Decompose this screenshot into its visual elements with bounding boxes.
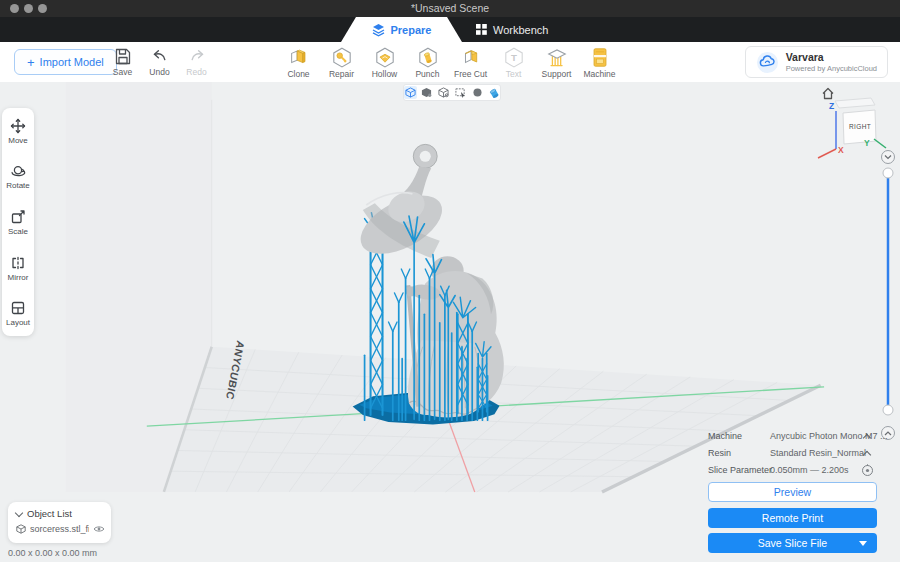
gizmo-z-label: Z xyxy=(829,101,834,111)
view-box-select-icon[interactable] xyxy=(454,86,467,99)
save-button[interactable]: Save xyxy=(104,46,141,77)
punch-icon xyxy=(416,46,440,69)
view-xray-cube-icon[interactable] xyxy=(437,86,450,99)
redo-icon xyxy=(187,46,207,67)
hollow-icon xyxy=(373,46,397,69)
collapse-chevron-icon xyxy=(15,508,23,516)
svg-text:T: T xyxy=(511,52,517,63)
free-cut-button[interactable]: Free Cut xyxy=(449,46,492,79)
model-dimensions-readout: 0.00 x 0.00 x 0.00 mm xyxy=(8,548,97,558)
object-list-title: Object List xyxy=(27,508,72,519)
object-list-panel: Object List sorceress.stl_fi... xyxy=(8,502,111,543)
gizmo-y-label: Y xyxy=(864,138,870,148)
scale-icon xyxy=(9,208,27,226)
object-list-header[interactable]: Object List xyxy=(8,502,111,519)
tab-prepare[interactable]: Prepare xyxy=(341,17,462,42)
object-name: sorceress.stl_fi... xyxy=(30,524,89,534)
account-subtitle: Powered by AnycubicCloud xyxy=(786,64,877,73)
view-wireframe-cube-icon[interactable] xyxy=(404,86,417,99)
print-settings-panel: Machine Anycubic Photon Mono M7 ... Resi… xyxy=(708,428,878,479)
punch-button[interactable]: Punch xyxy=(406,46,449,79)
redo-button[interactable]: Redo xyxy=(178,46,215,77)
layout-tool[interactable]: Layout xyxy=(2,290,34,336)
slider-bottom-handle[interactable] xyxy=(883,405,893,415)
gizmo-face-label: RIGHT xyxy=(849,123,871,130)
main-toolbar: + Import Model Save Undo xyxy=(0,42,900,83)
view-sphere-icon[interactable] xyxy=(471,86,484,99)
clone-icon xyxy=(287,46,311,69)
save-slice-file-button[interactable]: Save Slice File xyxy=(708,533,877,553)
model-tools-group: Clone Repair Hollow xyxy=(277,46,621,79)
plus-icon: + xyxy=(27,56,35,69)
repair-icon xyxy=(330,46,354,69)
window-title: *Unsaved Scene xyxy=(0,2,900,14)
layout-icon xyxy=(9,299,27,317)
tab-prepare-label: Prepare xyxy=(391,24,432,36)
file-actions-group: Save Undo Redo xyxy=(104,46,215,77)
remote-print-button[interactable]: Remote Print xyxy=(708,508,877,528)
mirror-icon xyxy=(9,254,27,272)
mesh-object-icon xyxy=(16,524,26,534)
undo-button[interactable]: Undo xyxy=(141,46,178,77)
view-solid-cube-icon[interactable] xyxy=(421,86,434,99)
rotate-icon xyxy=(9,162,27,180)
tab-workbench[interactable]: Workbench xyxy=(462,17,562,42)
support-icon xyxy=(545,46,569,69)
hollow-button[interactable]: Hollow xyxy=(363,46,406,79)
gizmo-x-label: X xyxy=(838,145,844,155)
text-icon: T xyxy=(502,46,526,69)
resin-row[interactable]: Resin Standard Resin_Normal xyxy=(708,445,878,462)
layer-slider[interactable] xyxy=(879,148,897,448)
free-cut-icon xyxy=(459,46,483,69)
save-dropdown-caret-icon[interactable] xyxy=(859,541,867,546)
tab-workbench-label: Workbench xyxy=(493,24,548,36)
save-icon xyxy=(113,46,133,67)
cloud-icon xyxy=(756,51,779,74)
repair-button[interactable]: Repair xyxy=(320,46,363,79)
gizmo-x-axis xyxy=(818,149,836,158)
slider-step-down-button[interactable] xyxy=(882,151,895,164)
machine-row[interactable]: Machine Anycubic Photon Mono M7 ... xyxy=(708,428,878,445)
account-name: Varvara xyxy=(786,51,877,64)
move-icon xyxy=(9,117,27,135)
machine-label: Machine xyxy=(708,431,742,441)
machine-button[interactable]: Machine xyxy=(578,46,621,79)
clone-button[interactable]: Clone xyxy=(277,46,320,79)
undo-icon xyxy=(150,46,170,67)
slider-top-handle[interactable] xyxy=(883,168,893,178)
slice-parameter-label: Slice Parameter xyxy=(708,465,772,475)
mirror-tool[interactable]: Mirror xyxy=(2,245,34,291)
view-mode-toolbar xyxy=(403,84,501,101)
import-model-button[interactable]: + Import Model xyxy=(14,49,117,75)
machine-icon xyxy=(588,46,612,69)
mode-tabbar: Prepare Workbench xyxy=(0,17,900,42)
workbench-grid-icon xyxy=(476,24,487,35)
resin-label: Resin xyxy=(708,448,731,458)
support-button[interactable]: Support xyxy=(535,46,578,79)
text-button[interactable]: T Text xyxy=(492,46,535,79)
gizmo-cube-top[interactable] xyxy=(835,98,875,108)
titlebar: *Unsaved Scene xyxy=(0,0,900,17)
gizmo-y-axis xyxy=(874,139,886,148)
resin-value: Standard Resin_Normal xyxy=(770,448,866,458)
preview-button[interactable]: Preview xyxy=(708,482,877,502)
layers-icon xyxy=(372,23,385,37)
account-badge[interactable]: Varvara Powered by AnycubicCloud xyxy=(745,46,888,78)
slice-parameter-row[interactable]: Slice Parameter 0.050mm — 2.200s xyxy=(708,462,878,479)
viewport-3d[interactable]: ANYCUBIC xyxy=(0,82,900,562)
home-view-icon[interactable] xyxy=(823,89,833,99)
import-model-label: Import Model xyxy=(40,56,104,68)
anycubic-slicer-window: *Unsaved Scene Prepare Workbench + Impor… xyxy=(0,0,900,562)
transform-tool-panel: Move Rotate xyxy=(2,108,34,336)
slice-settings-icon[interactable] xyxy=(861,464,874,477)
slice-parameter-value: 0.050mm — 2.200s xyxy=(770,465,849,475)
move-tool[interactable]: Move xyxy=(2,108,34,154)
rotate-tool[interactable]: Rotate xyxy=(2,154,34,200)
object-list-item[interactable]: sorceress.stl_fi... xyxy=(8,519,111,534)
visibility-eye-icon[interactable] xyxy=(93,525,105,533)
view-clip-icon[interactable] xyxy=(487,86,500,99)
scale-tool[interactable]: Scale xyxy=(2,199,34,245)
